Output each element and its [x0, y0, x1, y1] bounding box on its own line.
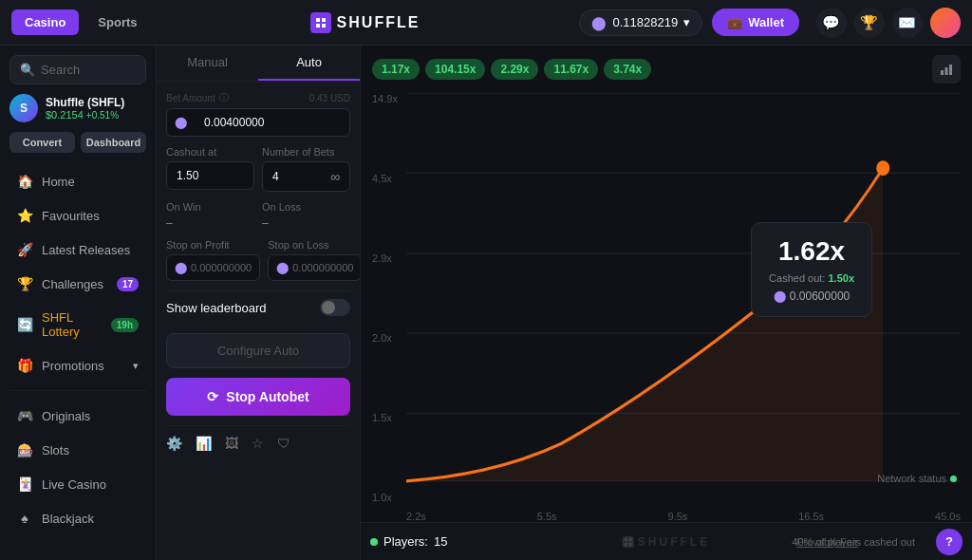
- nav-tabs: Casino Sports: [11, 9, 151, 35]
- sidebar-item-lottery[interactable]: 🔄 SHFL Lottery 19h: [6, 302, 150, 347]
- balance-pill[interactable]: ⬤ 0.11828219 ▾: [579, 9, 702, 36]
- bet-form: Bet Amount ⓘ 0.43 USD ⬤ ½ 2x Cashout at …: [157, 82, 360, 460]
- lottery-icon: 🔄: [17, 317, 32, 332]
- stop-on-loss-group: Stop on Loss ⬤ 0.000000000: [268, 239, 361, 281]
- cashout-bets-row: Cashout at 1.50 Number of Bets 4 ∞: [166, 146, 350, 192]
- chevron-down-icon: ▾: [133, 360, 139, 372]
- nav-icons: 💬 🏆 ✉️: [816, 8, 961, 38]
- on-win-group: On Win –: [166, 201, 254, 230]
- logo-icon: [310, 12, 331, 33]
- sidebar-item-challenges[interactable]: 🏆 Challenges 17: [6, 268, 150, 300]
- sidebar-item-slots[interactable]: 🎰 Slots: [6, 434, 150, 466]
- wallet-button[interactable]: 💼 Wallet: [712, 9, 799, 36]
- user-name: Shuffle (SHFL): [46, 96, 124, 109]
- on-loss-value: –: [262, 216, 350, 230]
- manual-tab[interactable]: Manual: [157, 46, 258, 81]
- top-nav: Casino Sports SHUFFLE ⬤ 0.11828219 ▾ 💼 W…: [0, 0, 972, 46]
- stats-icon[interactable]: 📊: [196, 436, 212, 451]
- sports-tab[interactable]: Sports: [84, 9, 150, 35]
- mult-chip-0[interactable]: 1.17x: [372, 59, 420, 80]
- on-win-loss-row: On Win – On Loss –: [166, 201, 350, 230]
- y-label-2: 2.9x: [372, 252, 398, 264]
- main-layout: 🔍 Search S Shuffle (SHFL) $0.2154 +0.51%…: [0, 46, 972, 560]
- mult-chip-1[interactable]: 104.15x: [425, 59, 485, 80]
- help-button[interactable]: ?: [936, 529, 963, 555]
- svg-rect-1: [945, 67, 948, 75]
- svg-rect-12: [625, 543, 627, 546]
- content-area: Manual Auto Bet Amount ⓘ 0.43 USD ⬤ ½ 2x: [157, 46, 972, 560]
- y-label-3: 2.0x: [372, 332, 398, 344]
- sidebar-item-live-casino[interactable]: 🃏 Live Casino: [6, 468, 150, 500]
- challenges-icon: 🏆: [17, 276, 32, 291]
- challenges-badge: 17: [117, 277, 139, 291]
- x-axis: 2.2s 5.5s 9.5s 16.5s 45.0s: [406, 507, 961, 522]
- on-win-label: On Win: [166, 201, 254, 213]
- sidebar-item-latest-releases[interactable]: 🚀 Latest Releases: [6, 233, 150, 266]
- leaderboard-toggle[interactable]: [320, 299, 350, 316]
- cashed-out-label: Cashed out: 1.50x: [769, 272, 854, 284]
- leaderboard-toggle-row: Show leaderboard: [166, 290, 350, 324]
- game-panel: Manual Auto Bet Amount ⓘ 0.43 USD ⬤ ½ 2x: [157, 46, 361, 560]
- dashboard-button[interactable]: Dashboard: [81, 132, 146, 153]
- svg-rect-11: [629, 538, 632, 541]
- x-label-2: 9.5s: [667, 511, 687, 522]
- game-logo: SHUFFLE: [623, 535, 710, 549]
- logo: SHUFFLE: [310, 12, 421, 33]
- number-of-bets-group: Number of Bets 4 ∞: [262, 146, 350, 192]
- stop-profit-input[interactable]: ⬤ 0.000000000: [166, 254, 260, 281]
- cashout-at-group: Cashout at 1.50: [166, 146, 254, 192]
- shield-icon[interactable]: 🛡: [277, 436, 290, 451]
- balance-chevron: ▾: [683, 15, 690, 29]
- convert-button[interactable]: Convert: [9, 132, 75, 153]
- game-view: 1.17x 104.15x 2.29x 11.67x 3.74x 14.9x 4…: [361, 46, 972, 560]
- auto-tab[interactable]: Auto: [258, 46, 360, 81]
- settings-icon[interactable]: ⚙️: [166, 436, 182, 451]
- sidebar-item-originals[interactable]: 🎮 Originals: [6, 400, 150, 432]
- stop-autobet-button[interactable]: ⟳ Stop Autobet: [166, 378, 350, 416]
- user-avatar-btn[interactable]: [930, 8, 961, 38]
- user-avatar: S: [9, 94, 38, 122]
- casino-tab[interactable]: Casino: [11, 9, 79, 35]
- bet-amount-input[interactable]: [195, 109, 350, 136]
- sidebar-item-label: Favourites: [42, 209, 100, 223]
- sidebar-item-home[interactable]: 🏠 Home: [6, 165, 150, 197]
- originals-icon: 🎮: [17, 408, 32, 423]
- multiplier-bar: 1.17x 104.15x 2.29x 11.67x 3.74x: [361, 46, 972, 93]
- configure-auto-button: Configure Auto: [166, 333, 350, 368]
- stop-section: Stop on Profit ⬤ 0.000000000 Stop on Los…: [166, 239, 350, 281]
- sidebar-item-promotions[interactable]: 🎁 Promotions ▾: [6, 349, 150, 382]
- search-box[interactable]: 🔍 Search: [9, 55, 146, 84]
- number-of-bets-label: Number of Bets: [262, 146, 350, 158]
- sidebar-item-favourites[interactable]: ⭐ Favourites: [6, 199, 150, 232]
- lottery-badge: 19h: [111, 318, 139, 332]
- mult-chip-4[interactable]: 3.74x: [604, 59, 651, 80]
- bet-amount-input-row: ⬤ ½ 2x: [166, 108, 350, 137]
- cashout-at-input[interactable]: 1.50: [166, 161, 254, 190]
- sidebar-item-blackjack[interactable]: ♠ Blackjack: [6, 502, 150, 534]
- user-balance: $0.2154 +0.51%: [46, 109, 124, 121]
- stop-loss-input[interactable]: ⬤ 0.000000000: [268, 254, 361, 281]
- number-of-bets-input[interactable]: 4 ∞: [262, 161, 350, 192]
- message-icon-btn[interactable]: ✉️: [892, 8, 923, 38]
- trophy-icon-btn[interactable]: 🏆: [854, 8, 885, 38]
- chart-view-button[interactable]: [932, 55, 961, 84]
- slots-icon: 🎰: [17, 442, 32, 457]
- y-label-5: 1.0x: [372, 492, 398, 503]
- mult-chip-2[interactable]: 2.29x: [491, 59, 538, 80]
- bookmark-icon[interactable]: ☆: [252, 436, 264, 451]
- y-label-1: 4.5x: [372, 173, 398, 184]
- cashout-at-label: Cashout at: [166, 146, 254, 158]
- x-label-3: 16.5s: [798, 511, 824, 522]
- cashout-amount: ⬤ 0.00600000: [769, 289, 854, 303]
- search-icon: 🔍: [20, 63, 35, 77]
- search-placeholder: Search: [41, 63, 80, 77]
- sidebar-item-label: SHFL Lottery: [42, 310, 102, 339]
- game-bottom-bar: Players: 15 SHUFFLE Provably Fair 40% of…: [361, 522, 972, 560]
- infinity-icon: ∞: [330, 169, 340, 184]
- chat-icon-btn[interactable]: 💬: [816, 8, 847, 38]
- image-icon[interactable]: 🖼: [225, 436, 238, 451]
- sidebar-item-label: Latest Releases: [42, 243, 130, 257]
- x-label-1: 5.5s: [537, 511, 557, 522]
- players-label: Players:: [383, 534, 428, 549]
- mult-chip-3[interactable]: 11.67x: [544, 59, 598, 80]
